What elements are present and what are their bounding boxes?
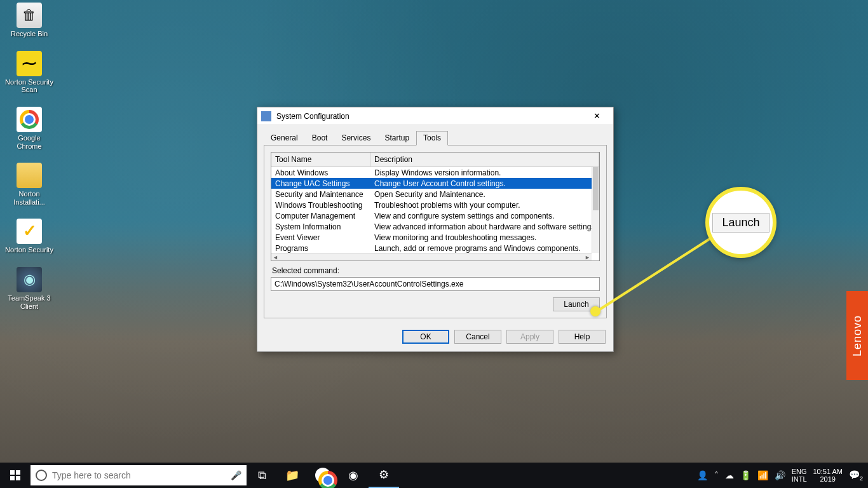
desktop: 🗑 Recycle Bin ⁓ Norton Security Scan Goo… xyxy=(5,3,53,310)
taskbar-file-explorer[interactable]: 📁 xyxy=(277,463,308,488)
task-view-button[interactable]: ⧉ xyxy=(247,463,277,488)
clock[interactable]: 10:51 AM 2019 xyxy=(813,468,843,483)
microphone-icon[interactable]: 🎤 xyxy=(231,470,241,480)
taskbar-teamspeak[interactable]: ◉ xyxy=(338,463,369,488)
callout-dot xyxy=(590,306,600,316)
app-icon xyxy=(261,111,271,121)
tool-list: Tool Name Description About WindowsDispl… xyxy=(271,152,600,261)
titlebar[interactable]: System Configuration ✕ xyxy=(257,107,613,125)
onedrive-icon[interactable]: ☁ xyxy=(725,470,734,480)
cortana-icon xyxy=(36,470,47,481)
horizontal-scrollbar[interactable]: ◄► xyxy=(271,253,592,261)
tool-list-body: About WindowsDisplay Windows version inf… xyxy=(271,167,599,261)
recycle-bin-icon: 🗑 xyxy=(17,3,42,28)
callout-circle: Launch xyxy=(705,187,776,258)
tool-row[interactable]: Computer ManagementView and configure sy… xyxy=(271,210,592,221)
teamspeak-icon: ◉ xyxy=(17,267,42,292)
taskbar-system-configuration[interactable]: ⚙ xyxy=(369,463,399,488)
tool-row[interactable]: Windows TroubleshootingTroubleshoot prob… xyxy=(271,200,592,210)
desktop-icon-chrome[interactable]: Google Chrome xyxy=(5,107,53,150)
norton-scan-icon: ⁓ xyxy=(17,51,42,76)
dialog-button-row: OK Cancel Apply Help xyxy=(257,325,613,351)
search-bar[interactable]: 🎤 xyxy=(31,465,247,485)
ok-button[interactable]: OK xyxy=(402,330,449,344)
column-header-description[interactable]: Description xyxy=(370,152,599,166)
clock-time: 10:51 AM xyxy=(813,468,843,475)
tray-chevron-up-icon[interactable]: ˄ xyxy=(714,470,719,480)
windows-icon xyxy=(10,470,20,480)
tool-desc-cell: View advanced information about hardware… xyxy=(370,222,592,232)
tab-content-tools: Tool Name Description About WindowsDispl… xyxy=(264,145,607,318)
taskbar-pinned: ⧉ 📁 ◉ ⚙ xyxy=(247,463,399,488)
tool-row[interactable]: ProgramsLaunch, add or remove programs a… xyxy=(271,243,592,254)
tool-row[interactable]: About WindowsDisplay Windows version inf… xyxy=(271,167,592,178)
tool-list-header: Tool Name Description xyxy=(271,152,599,167)
desktop-icon-norton-scan[interactable]: ⁓ Norton Security Scan xyxy=(5,51,53,94)
desktop-icon-label: Norton Security xyxy=(5,246,53,254)
desktop-icon-norton-install[interactable]: Norton Installati... xyxy=(5,163,53,206)
tool-name-cell: System Information xyxy=(271,222,370,232)
tool-desc-cell: Open Security and Maintenance. xyxy=(370,189,592,200)
tool-desc-cell: View monitoring and troubleshooting mess… xyxy=(370,233,592,243)
cancel-button[interactable]: Cancel xyxy=(454,330,501,344)
selected-command-input[interactable] xyxy=(271,277,600,291)
window-title: System Configuration xyxy=(276,112,584,121)
desktop-icon-label: Google Chrome xyxy=(5,134,53,150)
tool-name-cell: Programs xyxy=(271,243,370,254)
tool-name-cell: Windows Troubleshooting xyxy=(271,200,370,210)
vertical-scrollbar[interactable] xyxy=(592,167,599,253)
tool-desc-cell: Change User Account Control settings. xyxy=(370,179,592,189)
tool-name-cell: Event Viewer xyxy=(271,233,370,243)
system-tray: 👤 ˄ ☁ 🔋 📶 🔊 ENG INTL 10:51 AM 2019 💬2 xyxy=(697,468,868,483)
start-button[interactable] xyxy=(0,463,31,488)
apply-button[interactable]: Apply xyxy=(506,330,553,344)
help-button[interactable]: Help xyxy=(559,330,606,344)
tab-boot[interactable]: Boot xyxy=(305,131,335,146)
close-button[interactable]: ✕ xyxy=(584,109,609,123)
tool-row[interactable]: System InformationView advanced informat… xyxy=(271,221,592,232)
people-icon[interactable]: 👤 xyxy=(697,470,708,480)
desktop-icon-label: TeamSpeak 3 Client xyxy=(5,294,53,310)
notifications-icon[interactable]: 💬2 xyxy=(849,470,863,482)
language-line2: INTL xyxy=(792,475,807,483)
tool-desc-cell: Troubleshoot problems with your computer… xyxy=(370,200,592,210)
desktop-icon-norton-security[interactable]: Norton Security xyxy=(5,219,53,254)
chrome-icon xyxy=(17,107,42,132)
desktop-icon-label: Norton Installati... xyxy=(5,190,53,206)
tab-row: General Boot Services Startup Tools xyxy=(257,125,613,145)
tool-row[interactable]: Event ViewerView monitoring and troubles… xyxy=(271,232,592,243)
battery-icon[interactable]: 🔋 xyxy=(740,470,751,480)
desktop-icon-teamspeak[interactable]: ◉ TeamSpeak 3 Client xyxy=(5,267,53,310)
tab-startup[interactable]: Startup xyxy=(377,131,416,146)
tab-services[interactable]: Services xyxy=(334,131,377,146)
tab-tools[interactable]: Tools xyxy=(416,131,448,146)
desktop-icon-label: Norton Security Scan xyxy=(5,78,53,94)
callout-label: Launch xyxy=(712,213,769,233)
tool-row[interactable]: Change UAC SettingsChange User Account C… xyxy=(271,178,592,189)
search-input[interactable] xyxy=(52,470,226,480)
desktop-icon-label: Recycle Bin xyxy=(11,30,48,38)
taskbar: 🎤 ⧉ 📁 ◉ ⚙ 👤 ˄ ☁ 🔋 📶 🔊 ENG INTL 10:51 AM … xyxy=(0,463,868,488)
tab-general[interactable]: General xyxy=(264,131,305,146)
column-header-toolname[interactable]: Tool Name xyxy=(271,152,370,166)
lenovo-badge[interactable]: Lenovo xyxy=(846,291,868,380)
tool-name-cell: Change UAC Settings xyxy=(271,179,370,189)
tool-row[interactable]: Security and MaintenanceOpen Security an… xyxy=(271,189,592,200)
tool-desc-cell: Display Windows version information. xyxy=(370,168,592,178)
language-line1: ENG xyxy=(792,468,807,475)
volume-icon[interactable]: 🔊 xyxy=(775,470,785,480)
taskbar-chrome[interactable] xyxy=(308,463,338,488)
wifi-icon[interactable]: 📶 xyxy=(757,470,768,480)
clock-date: 2019 xyxy=(813,475,843,483)
notification-count: 2 xyxy=(860,475,863,481)
folder-icon xyxy=(17,163,42,188)
scrollbar-thumb[interactable] xyxy=(593,167,599,210)
selected-command-label: Selected command: xyxy=(272,266,600,275)
tool-desc-cell: View and configure system settings and c… xyxy=(370,211,592,221)
desktop-icon-recycle-bin[interactable]: 🗑 Recycle Bin xyxy=(5,3,53,38)
language-indicator[interactable]: ENG INTL xyxy=(792,468,807,483)
tool-desc-cell: Launch, add or remove programs and Windo… xyxy=(370,243,592,254)
norton-security-icon xyxy=(17,219,42,244)
system-configuration-dialog: System Configuration ✕ General Boot Serv… xyxy=(257,107,614,352)
tool-name-cell: About Windows xyxy=(271,168,370,178)
